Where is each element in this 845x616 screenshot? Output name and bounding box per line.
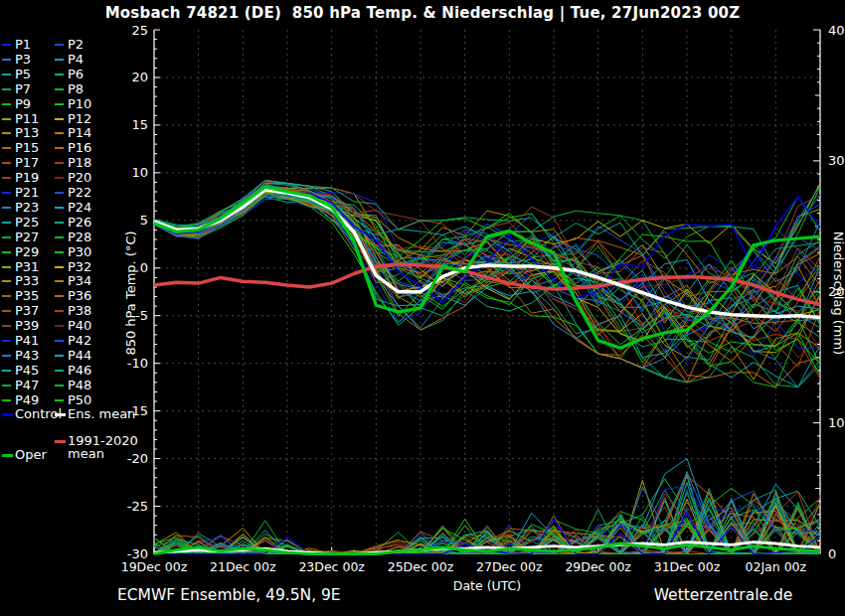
legend-member-P12-label: P12: [68, 111, 91, 126]
legend-member-P27-label: P27: [15, 230, 39, 244]
legend-member-P26-swatch: [55, 222, 64, 224]
legend-member-P20-label: P20: [68, 170, 91, 185]
legend-member-P24-label: P24: [68, 200, 91, 215]
ensemble-member-temp-P3: [154, 194, 820, 387]
legend-member-P25-label: P25: [15, 215, 39, 230]
legend-member-P23-label: P23: [15, 200, 39, 215]
legend-member-P38-swatch: [55, 310, 64, 312]
site-credit: Wetterzentrale.de: [636, 586, 810, 604]
legend-member-P37-label: P37: [15, 303, 39, 318]
legend-ens-mean-label: Ens. mean: [68, 406, 135, 421]
legend-member-P50-label: P50: [68, 392, 91, 407]
x-tick-label: 29Dec 00z: [565, 559, 631, 574]
legend-member-P36-label: P36: [68, 288, 91, 303]
legend-member-P26-label: P26: [68, 215, 91, 230]
x-tick-label: 02Jan 00z: [746, 559, 807, 574]
legend-member-P48-swatch: [55, 385, 64, 386]
legend-member-P46-label: P46: [68, 363, 91, 378]
legend-member-P25-swatch: [2, 222, 11, 224]
legend-member-P48-label: P48: [68, 378, 91, 392]
legend-member-P3-swatch: [2, 59, 11, 61]
legend-member-P19-swatch: [2, 177, 11, 179]
legend-member-P14-label: P14: [68, 125, 91, 140]
legend-member-P7-swatch: [2, 88, 11, 90]
legend-oper-swatch: [2, 454, 13, 457]
legend-climate-mean-swatch: [55, 440, 66, 443]
legend-member-P5-swatch: [2, 74, 11, 76]
legend-member-P29-label: P29: [15, 244, 39, 259]
legend-member-P15-label: P15: [15, 140, 39, 155]
legend-member-P34-label: P34: [68, 273, 91, 288]
legend-member-P23-swatch: [2, 207, 11, 209]
legend-member-P4-label: P4: [68, 52, 84, 67]
x-tick-label: 25Dec 00z: [388, 559, 454, 574]
legend-member-P16-swatch: [55, 147, 64, 149]
legend-member-P39-label: P39: [15, 318, 39, 333]
legend-member-P35-swatch: [2, 295, 11, 297]
legend-member-P11-label: P11: [15, 111, 39, 126]
legend-member-P21-swatch: [2, 192, 11, 194]
legend-member-P31-swatch: [2, 266, 11, 268]
legend-member-P15-swatch: [2, 147, 11, 149]
legend-member-P21-label: P21: [15, 185, 39, 200]
legend-member-P42-swatch: [55, 340, 64, 342]
legend-member-P14-swatch: [55, 132, 64, 134]
legend-member-P32-swatch: [55, 266, 64, 268]
legend-member-P5-label: P5: [15, 67, 31, 81]
legend-control-swatch: [2, 413, 13, 416]
legend-member-P47-label: P47: [15, 378, 39, 392]
legend-member-P7-label: P7: [15, 81, 31, 96]
precip-tick-label: 40: [828, 23, 845, 38]
legend-member-P40-swatch: [55, 325, 64, 327]
legend-member-P43-label: P43: [15, 348, 39, 363]
legend-member-P28-label: P28: [68, 230, 91, 244]
precip-tick-label: 30: [828, 153, 845, 168]
legend-member-P2-swatch: [55, 44, 64, 46]
legend-member-P11-swatch: [2, 118, 11, 120]
legend-member-P6-swatch: [55, 74, 64, 76]
legend-member-P37-swatch: [2, 310, 11, 312]
legend-member-P49-swatch: [2, 399, 11, 401]
legend-member-P9-label: P9: [15, 96, 31, 111]
x-tick-label: 19Dec 00z: [121, 559, 188, 574]
legend-member-P24-swatch: [55, 207, 64, 209]
y-axis-label-temperature: 850 hPa Temp. (°C): [123, 231, 138, 355]
y-axis-label-precipitation: Niederschlag (mm): [831, 231, 845, 356]
legend-member-P18-swatch: [55, 162, 64, 164]
legend-member-P39-swatch: [2, 325, 11, 327]
legend-member-P46-swatch: [55, 370, 64, 372]
ensemble-member-temp-P10: [154, 192, 820, 359]
legend-member-P10-swatch: [55, 103, 64, 105]
legend-member-P32-label: P32: [68, 259, 91, 274]
legend-member-P30-label: P30: [68, 244, 91, 259]
legend-member-P22-label: P22: [68, 185, 91, 200]
legend-climate-mean-label-line2: mean: [68, 446, 104, 461]
legend-member-P10-label: P10: [68, 96, 91, 111]
legend-member-P6-label: P6: [68, 67, 84, 81]
legend-member-P44-label: P44: [68, 348, 91, 363]
legend-member-P36-swatch: [55, 295, 64, 297]
legend-member-P42-label: P42: [68, 333, 91, 348]
x-tick-label: 21Dec 00z: [210, 559, 276, 574]
legend-member-P45-swatch: [2, 370, 11, 372]
meteogram-page: Mosbach 74821 (DE) 850 hPa Temp. & Niede…: [0, 0, 845, 616]
legend-member-P13-swatch: [2, 132, 11, 134]
legend-member-P4-swatch: [55, 59, 64, 61]
legend-member-P1-swatch: [2, 44, 11, 46]
legend-member-P18-label: P18: [68, 155, 91, 170]
legend-member-P29-swatch: [2, 251, 11, 253]
legend-member-P31-label: P31: [15, 259, 39, 274]
legend-oper-label: Oper: [15, 447, 47, 462]
legend-member-P35-label: P35: [15, 288, 39, 303]
legend-member-P17-label: P17: [15, 155, 39, 170]
legend-ens-mean-swatch: [55, 413, 66, 416]
legend-member-P41-swatch: [2, 340, 11, 342]
legend-member-P43-swatch: [2, 355, 11, 357]
legend-member-P22-swatch: [55, 192, 64, 194]
legend-member-P40-label: P40: [68, 318, 91, 333]
legend-member-P45-label: P45: [15, 363, 39, 378]
legend-member-P1-label: P1: [15, 37, 31, 52]
legend-member-P20-swatch: [55, 177, 64, 179]
legend-member-P17-swatch: [2, 162, 11, 164]
legend-member-P41-label: P41: [15, 333, 39, 348]
